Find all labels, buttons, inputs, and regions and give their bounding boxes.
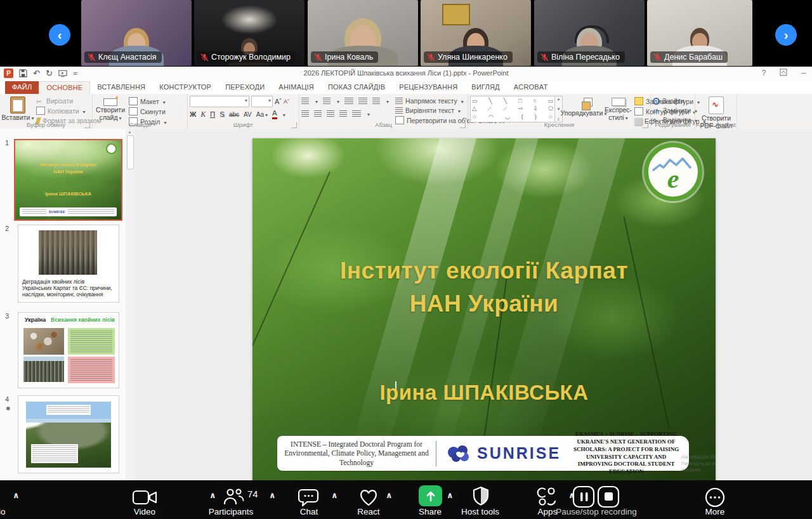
slide-canvas[interactable]: e Інститут екології Карпат НАН України І… (134, 129, 812, 480)
change-case-button[interactable]: Aa (256, 111, 268, 118)
columns-icon[interactable] (352, 110, 361, 117)
video-tile[interactable]: Уляна Шинкаренко (421, 0, 531, 66)
slide-thumbnail-4[interactable] (18, 395, 119, 473)
tab-view[interactable]: ВИГЛЯД (464, 81, 506, 94)
quick-styles-icon (612, 98, 625, 106)
tab-design[interactable]: КОНСТРУКТОР (152, 81, 218, 94)
numbering-icon[interactable] (323, 98, 331, 104)
copy-button[interactable]: Копіювати (36, 107, 102, 115)
ribbon-tabs: ФАЙЛ ОСНОВНЕ ВСТАВЛЕННЯ КОНСТРУКТОР ПЕРЕ… (0, 81, 812, 94)
slide-title-line1[interactable]: Інститут екології Карпат (252, 258, 716, 284)
italic-button[interactable]: К (200, 110, 206, 118)
line-spacing-icon[interactable] (372, 98, 380, 104)
audio-label-partial[interactable]: io (0, 507, 6, 516)
replace-button[interactable]: ⇄Замінити (653, 107, 693, 114)
tab-review[interactable]: РЕЦЕНЗУВАННЯ (392, 81, 464, 94)
ribbon-display-options-icon[interactable] (780, 69, 787, 76)
dialog-launcher-icon[interactable] (291, 122, 297, 128)
participants-button[interactable]: Participants (195, 507, 266, 516)
help-icon[interactable]: ? (762, 69, 766, 77)
cut-button[interactable]: ✂Вирізати (36, 97, 102, 105)
strikethrough-button[interactable]: abc (229, 111, 239, 118)
grow-font-button[interactable]: Аˆ (275, 98, 282, 105)
video-tile[interactable]: Сторожук Володимир (194, 0, 304, 66)
tab-slideshow[interactable]: ПОКАЗ СЛАЙДІВ (321, 81, 392, 94)
video-tile[interactable]: Клєщ Анастасія (81, 0, 192, 66)
reset-button[interactable]: Скинути (129, 107, 166, 115)
new-slide-icon (103, 98, 117, 106)
align-right-icon[interactable] (327, 110, 334, 117)
chevron-up-icon[interactable]: ∧ (269, 490, 276, 500)
prev-participants-button[interactable]: ‹ (49, 24, 70, 46)
shrink-font-button[interactable]: Аˇ (284, 98, 289, 105)
slide-thumbnail-3[interactable]: Україна Всихання хвойних лісів (18, 312, 119, 388)
pause-recording-icon[interactable] (572, 485, 596, 508)
more-icon[interactable] (704, 487, 726, 508)
minimize-button[interactable]: – (801, 69, 806, 77)
font-color-button[interactable]: А (272, 110, 277, 119)
host-tools-button[interactable]: Host tools (449, 507, 512, 516)
chat-button[interactable]: Chat (287, 507, 331, 516)
share-button[interactable] (419, 485, 442, 506)
react-heart-icon[interactable] (358, 487, 379, 508)
bold-button[interactable]: Ж (190, 110, 196, 118)
chevron-up-icon[interactable]: ∧ (13, 490, 20, 500)
chat-icon[interactable] (298, 487, 321, 508)
paste-button[interactable]: Вставити (2, 96, 34, 121)
apps-icon[interactable] (537, 487, 558, 507)
slide-author[interactable]: Ірина ШПАКІВСЬКА (252, 381, 716, 405)
tab-file[interactable]: ФАЙЛ (5, 81, 39, 94)
text-shadow-button[interactable]: S (219, 110, 225, 118)
chevron-up-icon[interactable]: ∧ (331, 490, 338, 500)
slide-thumbnail-2[interactable]: Деградація хвойних лісів Українських Кар… (18, 225, 119, 303)
decrease-indent-icon[interactable] (344, 98, 353, 104)
tab-animations[interactable]: АНІМАЦІЯ (272, 81, 321, 94)
align-left-icon[interactable] (301, 110, 309, 117)
find-button[interactable]: Знайти (653, 97, 693, 105)
chevron-up-icon[interactable]: ∧ (209, 490, 216, 500)
character-spacing-button[interactable]: AV (244, 111, 252, 118)
bullets-icon[interactable] (301, 98, 309, 104)
scroll-up-arrow-icon[interactable]: ▲ (126, 129, 134, 135)
stop-recording-icon[interactable] (597, 485, 621, 508)
quick-styles-button[interactable]: Експрес-стилі (605, 96, 632, 121)
font-name-combobox[interactable] (190, 96, 249, 107)
dialog-launcher-icon[interactable] (460, 122, 466, 128)
chevron-up-icon[interactable]: ∧ (386, 490, 393, 500)
video-tile[interactable]: Ірина Коваль (308, 0, 418, 66)
dialog-launcher-icon[interactable] (643, 122, 648, 128)
shapes-gallery[interactable]: ▭╲╲□○▭ △𝈺𝈺⇨⇩⬠ ☆◠◡()☆ (470, 96, 555, 122)
dead-forest-photo (39, 230, 97, 275)
tab-insert[interactable]: ВСТАВЛЕННЯ (90, 81, 152, 94)
next-participants-button[interactable]: › (775, 24, 797, 46)
video-button[interactable]: Video (122, 507, 167, 516)
font-size-combobox[interactable] (251, 96, 273, 107)
share-label[interactable]: Share (408, 507, 452, 516)
justify-icon[interactable] (339, 110, 347, 117)
video-tile[interactable]: Денис Барабаш (647, 0, 752, 66)
slide-thumbnail-1[interactable]: Інститут екології Карпат НАН України Іри… (14, 139, 122, 221)
tab-acrobat[interactable]: ACROBAT (507, 81, 555, 94)
increase-indent-icon[interactable] (358, 98, 367, 104)
react-button[interactable]: React (346, 507, 391, 516)
align-center-icon[interactable] (314, 110, 322, 117)
underline-button[interactable]: П (210, 110, 215, 118)
tab-transitions[interactable]: ПЕРЕХОДИ (218, 81, 272, 94)
slide[interactable]: e Інститут екології Карпат НАН України І… (252, 138, 716, 480)
video-tile[interactable]: Віліна Пересадько (534, 0, 645, 66)
tab-home[interactable]: ОСНОВНЕ (39, 81, 90, 94)
arrange-button[interactable]: Упорядкувати (565, 96, 602, 121)
partners-banner[interactable]: INTENSE – Integrated Doctoral Program fo… (277, 436, 689, 471)
slide-title-line2[interactable]: НАН України (252, 291, 716, 317)
participants-icon[interactable] (222, 487, 245, 506)
scrollbar-thumb[interactable] (127, 135, 134, 169)
thumbnail-scrollbar[interactable]: ▲ (126, 129, 134, 480)
replace-icon: ⇄ (653, 107, 660, 114)
host-tools-shield-icon[interactable] (472, 486, 490, 506)
video-icon[interactable] (132, 489, 159, 506)
dialog-launcher-icon[interactable] (84, 122, 90, 128)
layout-button[interactable]: Макет (129, 97, 166, 105)
new-slide-button[interactable]: Створитислайд (95, 96, 126, 121)
more-button[interactable]: More (693, 507, 737, 516)
chevron-up-icon[interactable]: ∧ (447, 490, 454, 500)
